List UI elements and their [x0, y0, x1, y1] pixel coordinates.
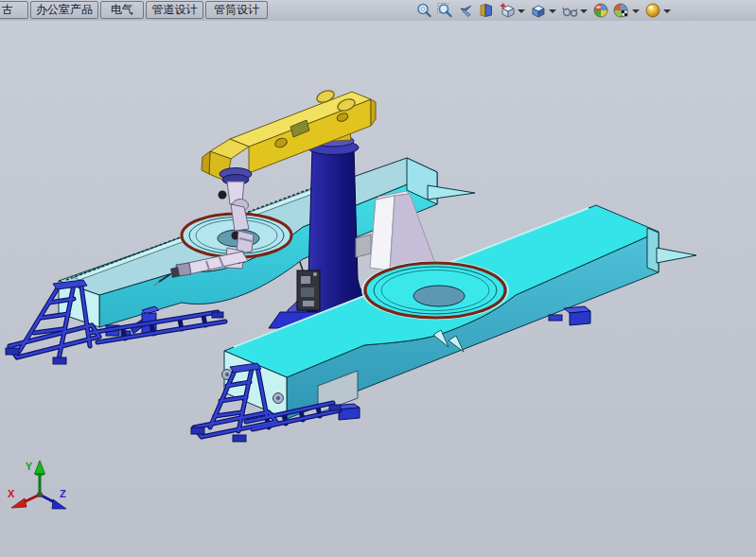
tab-label: 电气 [111, 3, 133, 16]
zoom-to-area-icon[interactable] [435, 1, 454, 20]
view-toolbar [413, 1, 674, 20]
tab-partial[interactable]: 古 [0, 1, 28, 19]
gray-step-block[interactable] [356, 235, 371, 257]
display-style-dropdown[interactable] [549, 9, 556, 13]
tab-label: 管道设计 [152, 3, 198, 16]
z-axis-label: Z [60, 488, 66, 499]
view-settings-dropdown[interactable] [663, 9, 671, 13]
hide-show-items-dropdown[interactable] [580, 9, 588, 13]
y-axis-label: Y [26, 461, 33, 472]
view-orientation-icon[interactable] [498, 1, 517, 20]
display-style-icon[interactable] [529, 1, 548, 20]
tab-piping-design[interactable]: 管道设计 [146, 1, 203, 19]
cad-application-window: 古 办公室产品 电气 管道设计 管筒设计 [0, 0, 756, 557]
zoom-to-fit-icon[interactable] [414, 1, 433, 20]
section-view-icon[interactable] [477, 1, 496, 20]
graphics-area[interactable]: Y X Z [0, 21, 756, 557]
tab-tubing-design[interactable]: 管筒设计 [205, 1, 268, 19]
tab-office-products[interactable]: 办公室产品 [30, 1, 98, 19]
tab-label: 办公室产品 [36, 3, 93, 16]
edit-appearance-icon[interactable] [591, 1, 610, 20]
apply-scene-icon[interactable] [612, 1, 631, 20]
hide-show-items-icon[interactable] [560, 1, 579, 20]
tab-label: 管筒设计 [214, 3, 259, 16]
tab-electrical[interactable]: 电气 [100, 1, 144, 19]
command-toolbar: 古 办公室产品 电气 管道设计 管筒设计 [0, 0, 756, 22]
apply-scene-dropdown[interactable] [632, 9, 640, 13]
3d-scene: Y X Z [0, 21, 756, 557]
view-orientation-dropdown[interactable] [518, 9, 525, 13]
view-settings-icon[interactable] [643, 1, 662, 20]
previous-view-icon[interactable] [456, 1, 475, 20]
tab-label: 古 [2, 3, 13, 16]
x-axis-label: X [8, 488, 15, 499]
rotary-ring-right[interactable] [362, 262, 508, 320]
